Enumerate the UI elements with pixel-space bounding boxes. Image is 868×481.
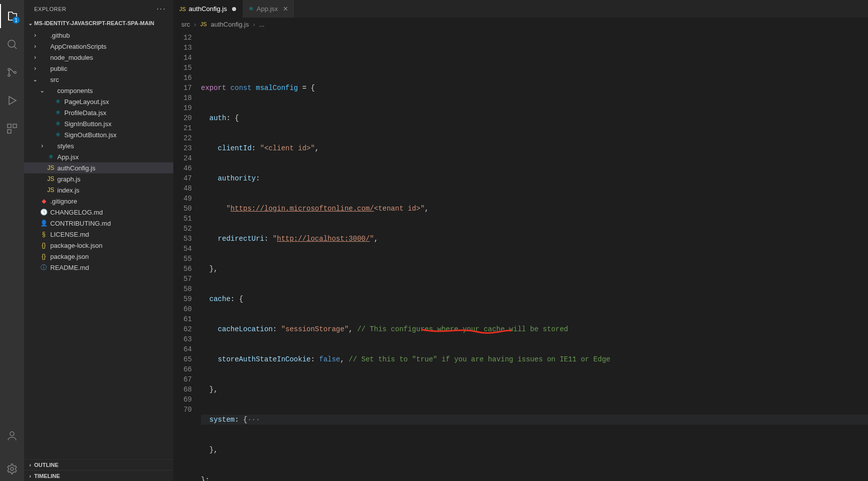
file-type-icon: ⚛ bbox=[53, 120, 62, 127]
chevron-right-icon: › bbox=[38, 142, 46, 149]
file-item[interactable]: JSauthConfig.js bbox=[24, 162, 173, 173]
svg-rect-5 bbox=[13, 124, 17, 128]
explorer-icon[interactable]: 1 bbox=[0, 4, 24, 28]
folder-item[interactable]: ›AppCreationScripts bbox=[24, 41, 173, 52]
line-number: 64 bbox=[173, 344, 192, 354]
outline-header[interactable]: ›OUTLINE bbox=[24, 459, 173, 470]
file-label: ProfileData.jsx bbox=[64, 109, 106, 117]
line-number: 54 bbox=[173, 244, 192, 254]
more-icon[interactable]: ··· bbox=[157, 5, 166, 14]
breadcrumbs[interactable]: src›JSauthConfig.js›... bbox=[173, 18, 868, 31]
file-type-icon: ⓘ bbox=[39, 263, 48, 272]
file-item[interactable]: §LICENSE.md bbox=[24, 229, 173, 240]
source-control-icon[interactable] bbox=[0, 60, 24, 84]
settings-gear-icon[interactable] bbox=[0, 457, 24, 481]
editor-tab[interactable]: ⚛App.jsx✕ bbox=[243, 0, 295, 18]
t: cacheLocation bbox=[218, 325, 273, 333]
t: clientId bbox=[218, 144, 252, 152]
accounts-icon[interactable] bbox=[0, 424, 24, 448]
svg-rect-6 bbox=[8, 130, 11, 133]
line-number: 23 bbox=[173, 143, 192, 153]
close-icon[interactable]: ✕ bbox=[283, 5, 288, 13]
svg-point-0 bbox=[8, 40, 15, 47]
folder-item[interactable]: ⌄components bbox=[24, 85, 173, 96]
breadcrumb-item[interactable]: ... bbox=[259, 21, 265, 28]
t: system bbox=[209, 416, 235, 424]
t: storeAuthStateInCookie bbox=[218, 355, 311, 363]
timeline-header[interactable]: ›TIMELINE bbox=[24, 470, 173, 481]
project-header[interactable]: ⌄ MS-IDENTITY-JAVASCRIPT-REACT-SPA-MAIN bbox=[24, 18, 173, 29]
project-name: MS-IDENTITY-JAVASCRIPT-REACT-SPA-MAIN bbox=[34, 20, 154, 26]
folder-item[interactable]: ›public bbox=[24, 63, 173, 74]
t: }, bbox=[209, 446, 218, 454]
line-gutter: 1213141516171819202122232446474849505152… bbox=[173, 31, 201, 481]
line-number: 46 bbox=[173, 163, 192, 173]
file-type-icon: JS bbox=[46, 164, 55, 171]
line-number: 58 bbox=[173, 284, 192, 294]
t: : bbox=[252, 144, 260, 152]
file-item[interactable]: ⓘREADME.md bbox=[24, 262, 173, 273]
file-item[interactable]: ⚛SignInButton.jsx bbox=[24, 118, 173, 129]
search-icon[interactable] bbox=[0, 32, 24, 56]
svg-point-1 bbox=[8, 68, 10, 70]
t: }, bbox=[209, 386, 218, 394]
tab-label: authConfig.js bbox=[189, 5, 227, 13]
t: // Set this to "true" if you are having … bbox=[349, 355, 610, 363]
file-label: src bbox=[50, 76, 59, 83]
file-item[interactable]: 🕓CHANGELOG.md bbox=[24, 207, 173, 218]
t: , bbox=[315, 144, 319, 152]
svg-point-2 bbox=[8, 74, 10, 76]
folder-item[interactable]: ›.github bbox=[24, 30, 173, 41]
t: false bbox=[319, 355, 340, 363]
file-type-icon: JS bbox=[46, 186, 55, 194]
file-item[interactable]: ⚛SignOutButton.jsx bbox=[24, 129, 173, 140]
outline-label: OUTLINE bbox=[34, 462, 58, 468]
line-number: 55 bbox=[173, 254, 192, 264]
t: : bbox=[264, 235, 273, 243]
extensions-icon[interactable] bbox=[0, 117, 24, 141]
file-item[interactable]: ⚛ProfileData.jsx bbox=[24, 107, 173, 118]
t: : { bbox=[231, 295, 243, 303]
t: = { bbox=[298, 84, 315, 92]
file-label: SignOutButton.jsx bbox=[64, 131, 117, 139]
breadcrumb-item[interactable]: src bbox=[181, 21, 190, 28]
line-number: 15 bbox=[173, 63, 192, 73]
t: cache bbox=[209, 295, 231, 303]
file-item[interactable]: ◆.gitignore bbox=[24, 196, 173, 207]
t: , bbox=[374, 235, 378, 243]
folder-item[interactable]: ⌄src bbox=[24, 74, 173, 85]
file-label: package.json bbox=[50, 253, 89, 260]
t: msalConfig bbox=[256, 84, 298, 92]
t: : { bbox=[226, 114, 239, 122]
file-item[interactable]: ⚛PageLayout.jsx bbox=[24, 96, 173, 107]
file-item[interactable]: ⚛App.jsx bbox=[24, 151, 173, 162]
run-debug-icon[interactable] bbox=[0, 88, 24, 113]
t: <tenant id>" bbox=[374, 205, 424, 213]
tab-label: App.jsx bbox=[257, 5, 278, 13]
folder-item[interactable]: ›node_modules bbox=[24, 52, 173, 63]
code-content[interactable]: export const msalConfig = { auth: { clie… bbox=[201, 31, 868, 481]
file-item[interactable]: 👤CONTRIBUTING.md bbox=[24, 218, 173, 229]
file-type-icon: 🕓 bbox=[39, 209, 48, 216]
file-item[interactable]: {}package.json bbox=[24, 251, 173, 262]
file-label: LICENSE.md bbox=[50, 231, 89, 238]
line-number: 21 bbox=[173, 123, 192, 133]
chevron-right-icon: › bbox=[31, 32, 39, 39]
chevron-right-icon: › bbox=[31, 43, 39, 50]
t: auth bbox=[209, 114, 227, 122]
file-item[interactable]: {}package-lock.json bbox=[24, 240, 173, 251]
t: : bbox=[310, 355, 319, 363]
file-item[interactable]: JSgraph.js bbox=[24, 173, 173, 184]
chevron-right-icon: › bbox=[26, 462, 34, 468]
line-number: 16 bbox=[173, 73, 192, 83]
line-number: 62 bbox=[173, 324, 192, 334]
line-number: 13 bbox=[173, 43, 192, 53]
editor-tab[interactable]: JSauthConfig.js bbox=[173, 0, 243, 18]
breadcrumb-item[interactable]: authConfig.js bbox=[211, 21, 249, 28]
folder-item[interactable]: ›styles bbox=[24, 140, 173, 151]
file-label: SignInButton.jsx bbox=[64, 120, 112, 128]
code-view: 1213141516171819202122232446474849505152… bbox=[173, 31, 868, 481]
file-tree: ›.github›AppCreationScripts›node_modules… bbox=[24, 29, 173, 458]
file-item[interactable]: JSindex.js bbox=[24, 184, 173, 196]
chevron-right-icon: › bbox=[31, 65, 39, 72]
